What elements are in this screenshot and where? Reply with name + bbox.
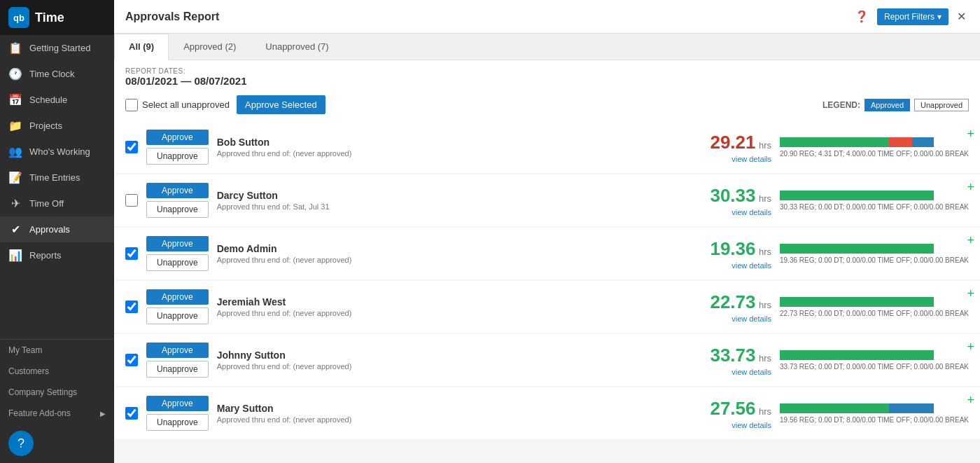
entry-checkbox[interactable] (125, 194, 138, 207)
bar-detail: 22.73 REG; 0.00 DT; 0.00/0.00 TIME OFF; … (780, 310, 969, 317)
entry-info: Demo Admin Approved thru end of: (never … (217, 243, 693, 264)
tab-unapproved[interactable]: Unapproved (7) (251, 34, 343, 60)
feature-add-ons-label: Feature Add-ons (8, 408, 71, 418)
sidebar-item-company-settings[interactable]: Company Settings (0, 382, 114, 403)
approve-button[interactable]: Approve (146, 236, 209, 251)
unapprove-button[interactable]: Unapprove (146, 201, 209, 218)
sidebar-label-projects: Projects (29, 120, 62, 131)
bar-detail: 19.36 REG; 0.00 DT; 0.00/0.00 TIME OFF; … (780, 256, 969, 264)
sidebar-item-projects[interactable]: 📁 Projects (0, 113, 114, 139)
entry-status: Approved thru end of: (never approved) (217, 309, 693, 317)
sidebar-item-time-clock[interactable]: 🕐 Time Clock (0, 61, 114, 87)
sidebar-item-my-team[interactable]: My Team (0, 340, 114, 361)
entry-hours: 22.73 hrs view details (701, 291, 771, 323)
unapprove-button[interactable]: Unapprove (146, 361, 209, 378)
sidebar-item-reports[interactable]: 📊 Reports (0, 242, 114, 268)
entry-name: Demo Admin (217, 243, 693, 254)
sidebar-label-time-clock: Time Clock (29, 69, 75, 79)
approve-button[interactable]: Approve (146, 130, 209, 145)
view-details-link[interactable]: view details (701, 421, 771, 429)
add-entry-button[interactable]: + (967, 233, 974, 248)
view-details-link[interactable]: view details (701, 368, 771, 376)
dialog-header: Approvals Report ❓ Report Filters ▾ ✕ (114, 0, 980, 34)
approve-button[interactable]: Approve (146, 343, 209, 358)
select-all-label[interactable]: Select all unapproved (125, 99, 230, 111)
sidebar-label-schedule: Schedule (29, 95, 67, 105)
add-entry-button[interactable]: + (967, 286, 974, 301)
time-off-icon: ✈ (8, 197, 22, 210)
entry-status: Approved thru end of: (never approved) (217, 149, 693, 158)
dialog-title: Approvals Report (125, 11, 219, 23)
report-info: REPORT DATES: 08/01/2021 — 08/07/2021 (114, 60, 980, 91)
entry-row: Approve Unapprove Johnny Sutton Approved… (114, 334, 980, 386)
report-dates-value: 08/01/2021 — 08/07/2021 (125, 75, 969, 87)
add-entry-button[interactable]: + (967, 340, 974, 354)
sidebar-item-time-entries[interactable]: 📝 Time Entries (0, 165, 114, 191)
entry-bar (780, 191, 934, 200)
hours-unit: hrs (759, 353, 771, 364)
close-button[interactable]: ✕ (954, 7, 969, 26)
entry-bar-section: 30.33 REG; 0.00 DT; 0.00/0.00 TIME OFF; … (780, 191, 969, 211)
my-team-label: My Team (8, 345, 42, 355)
hours-value: 30.33 (710, 185, 755, 206)
legend-label: LEGEND: (822, 100, 860, 110)
entry-bar (780, 350, 934, 360)
entry-hours: 33.73 hrs view details (701, 345, 771, 376)
tab-all-label: All (9) (129, 41, 154, 52)
legend: LEGEND: Approved Unapproved (822, 99, 969, 111)
sidebar-item-whos-working[interactable]: 👥 Who's Working (0, 139, 114, 165)
add-entry-button[interactable]: + (967, 127, 974, 141)
sidebar-item-approvals[interactable]: ✔ Approvals (0, 216, 114, 242)
sidebar-item-feature-add-ons[interactable]: Feature Add-ons ▶ (0, 403, 114, 424)
report-filters-label: Report Filters (884, 12, 934, 22)
entry-bar (780, 137, 934, 147)
select-all-checkbox[interactable] (125, 99, 138, 111)
legend-approved: Approved (864, 99, 910, 111)
add-entry-button[interactable]: + (967, 180, 974, 195)
entry-status: Approved thru end of: (never approved) (217, 415, 693, 424)
entry-name: Darcy Sutton (217, 190, 693, 201)
report-dates-label: REPORT DATES: (125, 67, 969, 75)
entry-status: Approved thru end of: Sat, Jul 31 (217, 202, 693, 211)
unapprove-button[interactable]: Unapprove (146, 148, 209, 165)
entry-checkbox[interactable] (125, 141, 138, 153)
sidebar-item-getting-started[interactable]: 📋 Getting Started (0, 35, 114, 61)
report-filters-button[interactable]: Report Filters ▾ (877, 8, 948, 25)
approve-button[interactable]: Approve (146, 289, 209, 305)
approve-selected-button[interactable]: Approve Selected (237, 95, 326, 114)
entry-bar-section: 33.73 REG; 0.00 DT; 0.00/0.00 TIME OFF; … (780, 350, 969, 371)
unapprove-button[interactable]: Unapprove (146, 307, 209, 324)
sidebar-item-schedule[interactable]: 📅 Schedule (0, 87, 114, 113)
sidebar-label-getting-started: Getting Started (29, 43, 90, 53)
schedule-icon: 📅 (8, 93, 22, 106)
view-details-link[interactable]: view details (701, 208, 771, 216)
hours-unit: hrs (759, 406, 771, 417)
entry-name: Johnny Sutton (217, 350, 693, 361)
view-details-link[interactable]: view details (701, 155, 771, 163)
unapprove-button[interactable]: Unapprove (146, 254, 209, 271)
entry-actions: Approve Unapprove (146, 289, 209, 324)
help-button[interactable]: ? (8, 431, 34, 456)
help-icon-button[interactable]: ❓ (852, 7, 872, 26)
add-entry-button[interactable]: + (967, 393, 974, 408)
entry-checkbox[interactable] (125, 407, 138, 420)
time-entries-icon: 📝 (8, 171, 22, 184)
sidebar-item-customers[interactable]: Customers (0, 361, 114, 382)
entry-bar-section: 19.36 REG; 0.00 DT; 0.00/0.00 TIME OFF; … (780, 244, 969, 264)
entry-checkbox[interactable] (125, 354, 138, 366)
entry-checkbox[interactable] (125, 300, 138, 313)
approve-button[interactable]: Approve (146, 183, 209, 198)
view-details-link[interactable]: view details (701, 261, 771, 270)
entry-hours: 30.33 hrs view details (701, 185, 771, 216)
approve-button[interactable]: Approve (146, 396, 209, 411)
view-details-link[interactable]: view details (701, 315, 771, 323)
approvals-report-dialog: Approvals Report ❓ Report Filters ▾ ✕ Al… (114, 0, 980, 463)
reports-icon: 📊 (8, 249, 22, 262)
tab-approved[interactable]: Approved (2) (169, 34, 251, 60)
unapprove-button[interactable]: Unapprove (146, 414, 209, 431)
entry-checkbox[interactable] (125, 247, 138, 260)
sidebar-item-time-off[interactable]: ✈ Time Off (0, 191, 114, 216)
entry-bar-section: 22.73 REG; 0.00 DT; 0.00/0.00 TIME OFF; … (780, 297, 969, 317)
entry-name: Jeremiah West (217, 296, 693, 307)
tab-all[interactable]: All (9) (114, 34, 169, 60)
